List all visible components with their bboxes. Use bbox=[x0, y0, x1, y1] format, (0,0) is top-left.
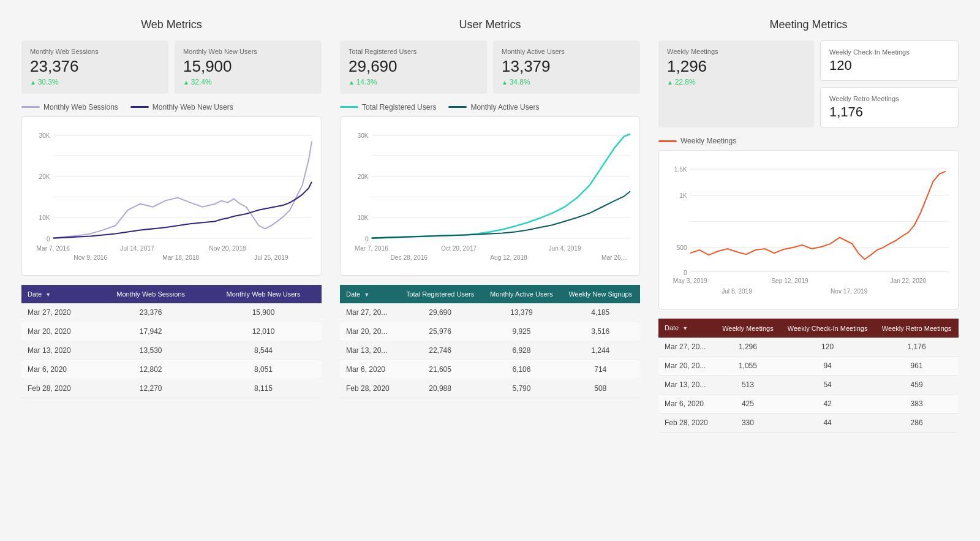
cell-checkin: 94 bbox=[780, 357, 875, 376]
cell-active: 5,790 bbox=[482, 379, 560, 398]
weekly-meetings-change: 22.8% bbox=[667, 78, 805, 86]
cell-retro: 286 bbox=[875, 414, 959, 433]
web-metrics-section: Web Metrics Monthly Web Sessions 23,376 … bbox=[12, 12, 331, 439]
meeting-sub-kpis: Weekly Check-In Meetings 120 Weekly Retr… bbox=[820, 40, 959, 127]
cell-active: 6,928 bbox=[482, 341, 560, 360]
meeting-metrics-title: Meeting Metrics bbox=[658, 18, 959, 31]
web-sessions-change: 30.3% bbox=[30, 78, 160, 86]
meeting-table-retro-header: Weekly Retro Meetings bbox=[875, 319, 959, 338]
web-chart-svg: 30K 20K 10K 0 Mar 7, 2016 Jul 14, 2017 N… bbox=[28, 123, 315, 272]
svg-text:Jun 4, 2019: Jun 4, 2019 bbox=[549, 245, 581, 252]
user-kpi-row: Total Registered Users 29,690 14.3% Mont… bbox=[340, 40, 640, 94]
cell-sessions: 17,942 bbox=[96, 322, 205, 341]
cell-sessions: 12,802 bbox=[96, 360, 205, 379]
web-sessions-value: 23,376 bbox=[30, 58, 160, 75]
monthly-active-legend-label: Monthly Active Users bbox=[470, 103, 539, 112]
user-table-signups-header: Weekly New Signups bbox=[561, 285, 640, 304]
cell-retro: 961 bbox=[875, 357, 959, 376]
svg-text:20K: 20K bbox=[358, 173, 369, 180]
cell-sessions: 12,270 bbox=[96, 379, 205, 398]
cell-checkin: 44 bbox=[780, 414, 875, 433]
web-new-users-change: 32.4% bbox=[183, 78, 313, 86]
monthly-active-legend-item: Monthly Active Users bbox=[448, 103, 539, 112]
table-row: Mar 6, 2020 12,802 8,051 bbox=[21, 360, 322, 379]
table-row: Mar 27, 2020 23,376 15,900 bbox=[21, 303, 322, 322]
meeting-kpi-row: Weekly Meetings 1,296 22.8% Weekly Check… bbox=[658, 40, 959, 127]
monthly-active-label: Monthly Active Users bbox=[502, 48, 631, 55]
cell-checkin: 54 bbox=[780, 376, 875, 395]
weekly-meetings-legend-line bbox=[658, 140, 677, 142]
weekly-meetings-value: 1,296 bbox=[667, 58, 805, 75]
cell-sessions: 13,530 bbox=[96, 341, 205, 360]
web-sessions-card: Monthly Web Sessions 23,376 30.3% bbox=[21, 40, 168, 94]
table-row: Mar 20, 20... 25,976 9,925 3,516 bbox=[340, 322, 640, 341]
cell-date: Feb 28, 2020 bbox=[658, 414, 715, 433]
svg-text:Jul 25, 2019: Jul 25, 2019 bbox=[254, 254, 288, 261]
total-registered-change: 14.3% bbox=[349, 78, 478, 86]
weekly-meetings-label: Weekly Meetings bbox=[667, 48, 805, 55]
user-legend: Total Registered Users Monthly Active Us… bbox=[340, 103, 640, 112]
web-sessions-label: Monthly Web Sessions bbox=[30, 48, 160, 55]
table-row: Mar 20, 2020 17,942 12,010 bbox=[21, 322, 322, 341]
table-row: Mar 6, 2020 21,605 6,106 714 bbox=[340, 360, 640, 379]
cell-signups: 4,185 bbox=[561, 303, 640, 322]
meeting-legend: Weekly Meetings bbox=[658, 137, 959, 145]
svg-text:Jul 8, 2019: Jul 8, 2019 bbox=[722, 289, 752, 295]
table-row: Feb 28, 2020 12,270 8,115 bbox=[21, 379, 322, 398]
monthly-active-card: Monthly Active Users 13,379 34.8% bbox=[493, 40, 640, 94]
meeting-table-checkin-header: Weekly Check-In Meetings bbox=[780, 319, 875, 338]
weekly-meetings-legend-label: Weekly Meetings bbox=[680, 137, 736, 145]
dashboard: Web Metrics Monthly Web Sessions 23,376 … bbox=[0, 0, 980, 451]
web-new-users-legend-label: Monthly Web New Users bbox=[153, 103, 233, 112]
user-chart-container: 30K 20K 10K 0 Mar 7, 2016 Oct 20, 2017 J… bbox=[340, 116, 640, 276]
cell-registered: 22,746 bbox=[398, 341, 482, 360]
date-sort-icon: ▼ bbox=[45, 292, 51, 298]
cell-registered: 25,976 bbox=[398, 322, 482, 341]
checkin-meetings-card: Weekly Check-In Meetings 120 bbox=[820, 40, 959, 81]
svg-text:20K: 20K bbox=[39, 173, 50, 180]
total-registered-legend-label: Total Registered Users bbox=[362, 103, 436, 112]
table-row: Feb 28, 2020 20,988 5,790 508 bbox=[340, 379, 640, 398]
user-table-active-header: Monthly Active Users bbox=[482, 285, 560, 304]
user-table-date-header[interactable]: Date ▼ bbox=[340, 285, 398, 304]
meeting-chart-container: 1.5K 1K 500 0 May 3, 2019 Sep 12, 2019 J… bbox=[658, 150, 959, 309]
svg-text:Mar 26,...: Mar 26,... bbox=[601, 254, 628, 261]
cell-active: 13,379 bbox=[482, 303, 560, 322]
web-new-users-card: Monthly Web New Users 15,900 32.4% bbox=[175, 40, 322, 94]
cell-registered: 29,690 bbox=[398, 303, 482, 322]
web-new-users-legend-item: Monthly Web New Users bbox=[130, 103, 233, 112]
svg-text:Mar 7, 2016: Mar 7, 2016 bbox=[37, 245, 70, 252]
svg-text:Nov 9, 2016: Nov 9, 2016 bbox=[74, 254, 107, 261]
cell-date: Feb 28, 2020 bbox=[340, 379, 398, 398]
cell-date: Feb 28, 2020 bbox=[21, 379, 96, 398]
table-row: Mar 13, 20... 22,746 6,928 1,244 bbox=[340, 341, 640, 360]
svg-text:0: 0 bbox=[684, 270, 687, 276]
monthly-active-change: 34.8% bbox=[502, 78, 631, 86]
svg-text:30K: 30K bbox=[358, 132, 369, 138]
cell-retro: 459 bbox=[875, 376, 959, 395]
total-registered-card: Total Registered Users 29,690 14.3% bbox=[340, 40, 487, 94]
web-table-date-header[interactable]: Date ▼ bbox=[21, 285, 96, 304]
cell-newusers: 8,115 bbox=[205, 379, 322, 398]
table-row: Mar 13, 2020 13,530 8,544 bbox=[21, 341, 322, 360]
svg-text:30K: 30K bbox=[39, 132, 50, 138]
web-table-newusers-header: Monthly Web New Users bbox=[205, 285, 322, 304]
cell-weekly: 425 bbox=[715, 395, 780, 414]
table-row: Mar 27, 20... 29,690 13,379 4,185 bbox=[340, 303, 640, 322]
cell-weekly: 513 bbox=[715, 376, 780, 395]
web-sessions-legend-label: Monthly Web Sessions bbox=[43, 103, 118, 112]
cell-date: Mar 13, 2020 bbox=[21, 341, 96, 360]
svg-text:Mar 18, 2018: Mar 18, 2018 bbox=[162, 254, 199, 261]
cell-date: Mar 27, 2020 bbox=[21, 303, 96, 322]
cell-active: 9,925 bbox=[482, 322, 560, 341]
cell-sessions: 23,376 bbox=[96, 303, 205, 322]
cell-retro: 1,176 bbox=[875, 338, 959, 357]
meeting-table-date-header[interactable]: Date ▼ bbox=[658, 319, 715, 338]
svg-text:Sep 12, 2019: Sep 12, 2019 bbox=[771, 278, 809, 284]
web-chart-container: 30K 20K 10K 0 Mar 7, 2016 Jul 14, 2017 N… bbox=[21, 116, 322, 276]
cell-signups: 714 bbox=[561, 360, 640, 379]
weekly-meetings-card: Weekly Meetings 1,296 22.8% bbox=[658, 40, 814, 127]
cell-date: Mar 13, 20... bbox=[340, 341, 398, 360]
web-new-users-value: 15,900 bbox=[183, 58, 313, 75]
date-sort-icon: ▼ bbox=[364, 292, 369, 298]
